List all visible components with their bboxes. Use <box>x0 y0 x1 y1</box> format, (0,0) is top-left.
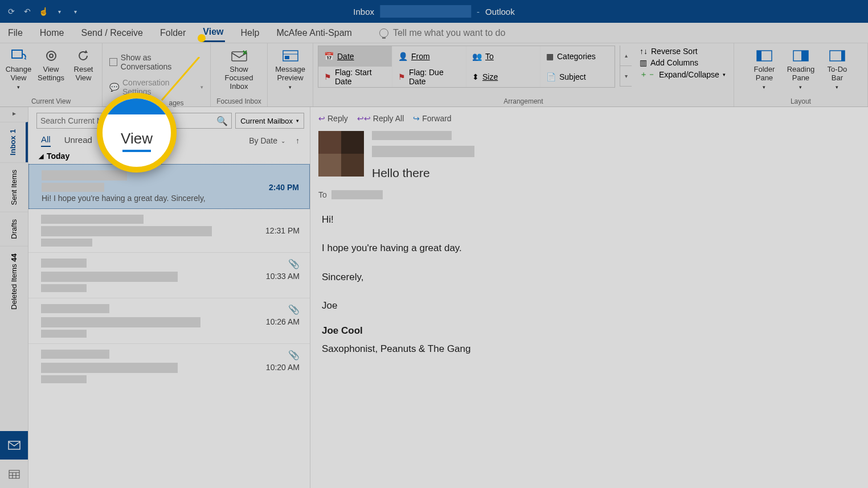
title-account-redacted <box>380 5 471 18</box>
arrange-by-to[interactable]: 👥To <box>466 46 541 67</box>
arrange-by-subject[interactable]: 📄Subject <box>541 67 615 87</box>
message-item[interactable]: 📎 10:26 AM <box>28 298 310 344</box>
to-recipient-redacted <box>331 190 383 199</box>
message-subject: Hello there <box>372 166 860 180</box>
sender-avatar <box>318 131 364 177</box>
tell-me-search[interactable]: Tell me what you want to do <box>379 28 505 38</box>
reset-icon <box>74 48 93 64</box>
expand-rail-button[interactable]: ▸ <box>0 107 28 122</box>
svg-rect-9 <box>801 51 808 61</box>
gallery-down-button[interactable]: ▾ <box>620 66 632 87</box>
refresh-icon[interactable]: ⟳ <box>6 6 17 17</box>
title-app-name: Outlook <box>485 7 515 17</box>
tab-mcafee[interactable]: McAfee Anti-Spam <box>275 24 353 42</box>
tab-home[interactable]: Home <box>39 24 65 42</box>
view-settings-button[interactable]: View Settings <box>37 46 65 83</box>
message-time: 10:33 AM <box>266 272 300 282</box>
filter-unread[interactable]: Unread <box>64 135 92 146</box>
reverse-sort-button[interactable]: ↑↓Reverse Sort <box>640 47 726 56</box>
ribbon-tabs: File Home Send / Receive Folder View Hel… <box>0 23 868 43</box>
flag-icon: ⚑ <box>398 72 406 81</box>
highlight-anchor-dot <box>198 34 206 42</box>
group-label-current-view: Current View <box>5 96 97 106</box>
folder-sent-items[interactable]: Sent Items <box>0 162 28 212</box>
change-view-icon <box>9 48 28 64</box>
gallery-up-button[interactable]: ▴ <box>620 46 632 66</box>
forward-button[interactable]: ↪Forward <box>413 114 451 123</box>
folder-pane-button[interactable]: Folder Pane▾ <box>748 46 780 90</box>
group-label-arrangement: Arrangement <box>318 96 729 106</box>
sort-dropdown[interactable]: By Date⌄ ↑ <box>249 136 300 145</box>
reset-view-button[interactable]: Reset View <box>69 46 97 83</box>
message-list-pane: 🔍 Current Mailbox▾ All Unread By Date⌄ ↑… <box>28 107 310 488</box>
svg-rect-12 <box>9 441 20 449</box>
tab-help[interactable]: Help <box>240 24 261 42</box>
conversation-settings-icon: 💬 <box>109 83 119 92</box>
folder-deleted-items[interactable]: Deleted Items 44 <box>0 246 28 317</box>
highlight-lens: View <box>97 93 177 173</box>
message-item[interactable]: 12:31 PM <box>28 209 310 253</box>
attachment-icon: 📎 <box>288 259 300 269</box>
tab-send-receive[interactable]: Send / Receive <box>80 24 144 42</box>
message-preview-button[interactable]: Message Preview▾ <box>272 46 308 90</box>
reading-pane-button[interactable]: Reading Pane▾ <box>785 46 817 90</box>
tab-folder[interactable]: Folder <box>159 24 187 42</box>
show-focused-inbox-button[interactable]: Show Focused Inbox <box>215 46 263 91</box>
to-icon: 👥 <box>472 52 482 61</box>
arrange-by-categories[interactable]: ▦Categories <box>541 46 615 67</box>
attachment-icon: 📎 <box>288 350 300 360</box>
flag-icon: ⚑ <box>324 72 331 81</box>
message-time: 12:31 PM <box>265 226 300 236</box>
search-scope-dropdown[interactable]: Current Mailbox▾ <box>235 113 304 129</box>
reverse-sort-icon: ↑↓ <box>640 47 648 56</box>
svg-rect-7 <box>757 51 761 61</box>
tab-file[interactable]: File <box>7 24 24 42</box>
change-view-button[interactable]: Change View▾ <box>5 46 32 90</box>
subject-icon: 📄 <box>546 72 556 81</box>
folder-rail: ▸ Inbox 1 Sent Items Drafts Deleted Item… <box>0 107 28 488</box>
checkbox-icon <box>109 58 117 66</box>
todo-bar-button[interactable]: To-Do Bar▾ <box>821 46 853 90</box>
qat-more-icon[interactable]: ▾ <box>69 6 81 17</box>
size-icon: ⬍ <box>472 72 479 81</box>
signature-name: Joe Cool <box>322 322 857 340</box>
svg-line-18 <box>162 57 199 100</box>
message-preview-icon <box>281 48 300 64</box>
arrange-by-size[interactable]: ⬍Size <box>466 67 541 87</box>
svg-point-0 <box>47 51 56 60</box>
folder-drafts[interactable]: Drafts <box>0 212 28 246</box>
arrange-by-date[interactable]: 📅Date <box>318 46 392 67</box>
arrange-by-from[interactable]: 👤From <box>392 46 466 67</box>
expand-collapse-button[interactable]: ＋－Expand/Collapse▾ <box>640 69 726 80</box>
message-item[interactable]: 2:40 PM Hi! I hope you're having a great… <box>28 164 310 209</box>
touch-mode-icon[interactable]: ☝ <box>38 6 49 17</box>
to-label: To <box>318 190 327 199</box>
folder-inbox[interactable]: Inbox 1 <box>0 122 28 162</box>
tell-me-label: Tell me what you want to do <box>393 28 505 38</box>
arrange-by-flag-start[interactable]: ⚑Flag: Start Date <box>318 67 392 87</box>
expand-collapse-icon: ＋－ <box>640 69 656 80</box>
undo-icon[interactable]: ↶ <box>22 6 33 17</box>
gear-icon <box>42 48 61 64</box>
categories-icon: ▦ <box>546 52 554 61</box>
sort-direction-icon[interactable]: ↑ <box>296 136 300 145</box>
filter-all[interactable]: All <box>41 134 51 147</box>
message-time: 2:40 PM <box>269 183 299 192</box>
mail-module-button[interactable] <box>0 431 28 460</box>
signature-title: Saxophonist, Peanuts & The Gang <box>322 340 857 358</box>
reply-button[interactable]: ↩Reply <box>318 114 348 123</box>
from-icon: 👤 <box>398 52 408 61</box>
add-columns-button[interactable]: ▥Add Columns <box>640 58 726 67</box>
search-icon[interactable]: 🔍 <box>216 116 228 126</box>
reply-all-icon: ↩↩ <box>357 114 371 123</box>
calendar-module-button[interactable] <box>0 460 28 488</box>
bulb-icon <box>379 28 388 38</box>
message-item[interactable]: 📎 10:33 AM <box>28 253 310 298</box>
title-inbox-label: Inbox <box>353 7 374 17</box>
reply-all-button[interactable]: ↩↩Reply All <box>357 114 404 123</box>
message-item[interactable]: 📎 10:20 AM <box>28 344 310 389</box>
arrange-by-flag-due[interactable]: ⚑Flag: Due Date <box>392 67 466 87</box>
message-time: 10:26 AM <box>266 317 300 327</box>
qat-dropdown-icon[interactable]: ▾ <box>54 6 65 17</box>
message-preview: Hi! I hope you're having a great day. Si… <box>42 194 299 203</box>
